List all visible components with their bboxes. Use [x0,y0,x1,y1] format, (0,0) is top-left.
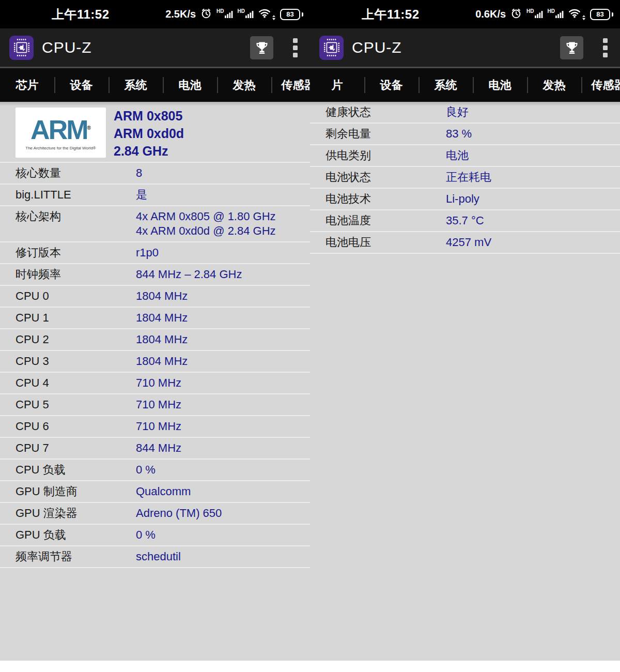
phone-screenshot-battery: 上午11:52 0.6K/s HD HD 83 CPU-Z 片 [310,0,620,661]
tab-item[interactable]: 电池 [473,68,527,102]
tab-item[interactable]: 发热 [217,68,271,102]
row-label: 核心数量 [0,166,136,180]
row-label: 供电类别 [310,148,446,163]
row-value: Adreno (TM) 650 [136,506,310,521]
row-label: big.LITTLE [0,188,136,202]
network-speed: 2.5K/s [165,8,196,20]
tab-label: 片 [332,78,343,93]
battery-tab-content: 健康状态 良好 剩余电量 83 % 供电类别 电池 电池状态 正在耗电 [310,102,620,661]
row-label: CPU 0 [0,289,136,303]
row-value: 0 % [136,528,310,542]
status-icons: 0.6K/s HD HD 83 [475,8,620,21]
info-row: 剩余电量 83 % [310,124,620,145]
hd-badge: HD [548,9,555,14]
row-label: GPU 渲染器 [0,506,136,521]
row-label: CPU 负载 [0,463,136,477]
wifi-activity-arrows [272,15,275,20]
alarm-clock-icon [510,8,522,21]
tab-item[interactable]: 电池 [163,68,217,102]
row-label: CPU 6 [0,419,136,434]
tab-label: 电池 [489,78,512,93]
row-value: 良好 [446,105,620,119]
row-label: 频率调节器 [0,549,136,564]
info-row: CPU 2 1804 MHz [0,329,310,351]
tab-item[interactable]: 系统 [109,68,163,102]
tab-item[interactable]: 芯片 [0,68,54,102]
tab-label: 设备 [380,78,403,93]
info-row: big.LITTLE 是 [0,185,310,206]
row-label: CPU 4 [0,376,136,390]
info-row: CPU 0 1804 MHz [0,286,310,308]
row-value: Qualcomm [136,484,310,499]
row-label: 时钟频率 [0,267,136,282]
tab-label: 传感器 [592,78,620,93]
info-row: 健康状态 良好 [310,102,620,124]
app-title: CPU-Z [42,39,92,56]
network-speed: 0.6K/s [475,8,506,20]
row-value: schedutil [136,549,310,564]
row-label: 电池温度 [310,213,446,228]
info-row: 电池技术 Li-poly [310,189,620,210]
info-row: CPU 1 1804 MHz [0,308,310,329]
battery-percent: 83 [590,9,610,20]
info-row: CPU 负载 0 % [0,460,310,481]
tab-item[interactable]: 传感器 [581,68,620,102]
arm-logo: ARM® The Architecture for the Digital Wo… [16,108,106,158]
battery-percent: 83 [280,9,300,20]
row-value: 1804 MHz [136,289,310,303]
tab-item[interactable]: 系统 [419,68,473,102]
row-label: 健康状态 [310,105,446,119]
row-label: GPU 负载 [0,528,136,542]
tab-item[interactable]: 传感器 [271,68,310,102]
wifi-icon [258,8,271,20]
row-label: 电池状态 [310,170,446,185]
row-value: 83 % [446,127,620,141]
info-row: 核心数量 8 [0,163,310,185]
benchmark-trophy-button[interactable] [250,36,273,59]
hd-badge: HD [216,9,224,14]
tab-bar: 芯片 设备 系统 电池 发热 传感器 [0,68,310,102]
arm-logo-word: ARM® [30,115,91,143]
tab-label: 发热 [543,78,566,93]
row-label: CPU 7 [0,441,136,455]
tab-label: 系统 [435,78,457,93]
row-label: CPU 1 [0,311,136,325]
row-value: 844 MHz [136,441,310,455]
info-row: 供电类别 电池 [310,145,620,167]
arm-logo-tagline: The Architecture for the Digital World® [25,146,96,150]
info-row: 电池电压 4257 mV [310,232,620,254]
status-bar: 上午11:52 0.6K/s HD HD 83 [310,0,620,28]
overflow-menu-icon[interactable] [289,35,302,60]
tab-label: 发热 [233,78,256,93]
row-value: 710 MHz [136,419,310,434]
status-bar: 上午11:52 2.5K/s HD HD 83 [0,0,310,28]
tab-item[interactable]: 设备 [54,68,109,102]
soc-tab-content: ARM® The Architecture for the Digital Wo… [0,102,310,661]
signal-bars-icon-sim2: HD [548,10,564,18]
row-value: 电池 [446,148,620,163]
hd-badge: HD [238,9,245,14]
overflow-menu-icon[interactable] [599,35,612,60]
info-row: GPU 渲染器 Adreno (TM) 650 [0,503,310,525]
row-value: 710 MHz [136,376,310,390]
app-bar: CPU-Z [0,28,310,68]
info-row: 核心架构 4x ARM 0x805 @ 1.80 GHz 4x ARM 0xd0… [0,206,310,242]
row-value: 1804 MHz [136,332,310,347]
app-title: CPU-Z [352,39,402,56]
tab-item[interactable]: 片 [310,68,364,102]
tab-item[interactable]: 发热 [527,68,581,102]
tab-item[interactable]: 设备 [364,68,419,102]
row-value: 正在耗电 [446,170,620,185]
signal-bars-icon-sim2: HD [238,10,254,18]
info-row: 频率调节器 schedutil [0,546,310,568]
info-row: 时钟频率 844 MHz – 2.84 GHz [0,264,310,286]
tab-bar: 片 设备 系统 电池 发热 传感器 [310,68,620,102]
info-row: GPU 制造商 Qualcomm [0,481,310,503]
benchmark-trophy-button[interactable] [560,36,583,59]
row-value: 8 [136,166,310,180]
row-label: 修订版本 [0,246,136,260]
row-label: CPU 5 [0,398,136,412]
wifi-activity-arrows [582,15,585,20]
status-icons: 2.5K/s HD HD 83 [165,8,310,21]
alarm-clock-icon [200,8,212,21]
